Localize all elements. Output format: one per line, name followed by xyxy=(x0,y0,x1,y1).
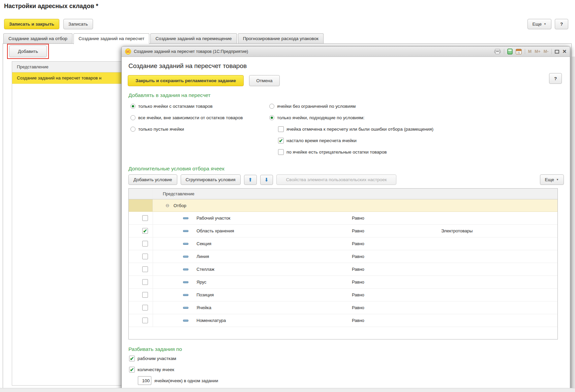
checkbox-icon[interactable] xyxy=(142,266,148,272)
radio-only-cells-with-stock[interactable]: только ячейки с остатками товаров xyxy=(130,100,269,112)
tab-bar: Создание заданий на отбор Создание задан… xyxy=(3,33,324,43)
radio-cells-matching-conditions[interactable]: только ячейки, подходящие по условиям: xyxy=(269,112,562,123)
tab-create-recount-tasks[interactable]: Создание заданий на пересчет xyxy=(73,33,149,44)
section-header-additional-conditions: Дополнительные условия отбора ячеек xyxy=(128,166,562,172)
arrow-up-icon: ⬆ xyxy=(248,177,252,183)
page-help-button[interactable]: ? xyxy=(555,19,568,29)
red-annotation-box xyxy=(7,44,49,59)
save-and-close-button[interactable]: Записать и закрыть xyxy=(4,19,59,29)
condition-item-icon xyxy=(183,307,188,309)
cells-per-task-input[interactable] xyxy=(138,376,151,385)
table-row[interactable]: Позиция Равно xyxy=(129,289,557,301)
dialog-help-button[interactable]: ? xyxy=(549,73,562,84)
add-options-grid: только ячейки с остатками товаров все яч… xyxy=(130,100,562,158)
tab-packaging-forecast[interactable]: Прогнозирование расхода упаковок xyxy=(238,33,324,43)
condition-item-icon xyxy=(183,256,188,258)
radio-icon xyxy=(269,104,274,109)
memory-m-plus-button[interactable]: M+ xyxy=(535,49,541,54)
header-checkbox-column xyxy=(129,189,153,199)
table-row[interactable]: Номенклатура Равно xyxy=(129,314,557,327)
titlebar-separator xyxy=(525,49,525,54)
table-row[interactable]: Линия Равно xyxy=(129,250,557,263)
table-empty-row xyxy=(129,327,557,339)
move-down-button[interactable]: ⬇ xyxy=(260,175,273,185)
checkbox-negative-stock[interactable]: по ячейке есть отрицательные остатки тов… xyxy=(278,146,562,158)
section-header-split-tasks: Разбивать задания по xyxy=(128,346,562,352)
table-row[interactable]: Стеллаж Равно xyxy=(129,263,557,276)
condition-item-icon xyxy=(183,243,188,245)
table-row[interactable]: Ярус Равно xyxy=(129,276,557,289)
checkbox-icon[interactable] xyxy=(142,318,148,323)
conditions-toolbar: Добавить условие Сгруппировать условия ⬆… xyxy=(128,174,564,185)
1c-logo-icon: 1С xyxy=(125,48,131,55)
checkbox-icon: ✔ xyxy=(278,138,284,143)
dialog-heading: Создание заданий на пересчет товаров xyxy=(128,62,562,70)
table-row[interactable]: Рабочий участок Равно xyxy=(129,212,557,225)
maximize-icon[interactable] xyxy=(555,50,559,54)
checkbox-icon xyxy=(278,149,284,155)
dialog-window-title: Создание заданий на пересчет товаров (1С… xyxy=(134,49,248,54)
checkbox-icon[interactable] xyxy=(142,241,148,247)
condition-item-icon xyxy=(183,281,188,283)
move-up-button[interactable]: ⬆ xyxy=(244,175,257,185)
page-command-bar: Записать и закрыть Записать Еще▼ ? xyxy=(4,18,568,30)
table-header-row: Представление xyxy=(129,189,557,199)
table-row[interactable]: ✔ Область хранения Равно Электротовары xyxy=(129,225,557,237)
collapse-icon[interactable]: ⊖ xyxy=(165,203,170,208)
checkbox-icon[interactable] xyxy=(142,292,148,298)
radio-icon xyxy=(130,127,135,132)
memory-m-button[interactable]: M xyxy=(528,49,532,54)
header-presentation-column[interactable]: Представление xyxy=(153,191,352,196)
add-condition-button[interactable]: Добавить условие xyxy=(128,174,177,185)
table-group-row-otbor[interactable]: ⊖Отбор xyxy=(129,199,557,212)
checkbox-by-cell-count[interactable]: ✔ количеству ячеек xyxy=(129,364,562,375)
table-row[interactable]: Секция Равно xyxy=(129,237,557,250)
user-settings-properties-button: Свойства элемента пользовательских настр… xyxy=(276,174,397,185)
save-button[interactable]: Записать xyxy=(63,19,93,29)
group-conditions-button[interactable]: Сгруппировать условия xyxy=(181,174,241,185)
dialog-titlebar[interactable]: 1С Создание заданий на пересчет товаров … xyxy=(122,46,570,57)
svg-text:31: 31 xyxy=(517,51,520,54)
cancel-button[interactable]: Отмена xyxy=(249,75,279,86)
chevron-down-icon: ▼ xyxy=(556,178,559,181)
bottom-scrollbar-strip[interactable] xyxy=(0,388,575,392)
chevron-down-icon: ▼ xyxy=(544,23,546,26)
page-vertical-scrollbar[interactable] xyxy=(571,57,575,392)
arrow-down-icon: ⬇ xyxy=(264,177,269,183)
calculator-icon[interactable] xyxy=(507,48,513,55)
checkbox-icon[interactable]: ✔ xyxy=(142,228,148,234)
tab-create-picking-tasks[interactable]: Создание заданий на отбор xyxy=(3,33,72,43)
page-title: Настройки адресных складов * xyxy=(4,3,98,10)
radio-cells-no-restrictions[interactable]: ячейки без ограничений по условиям xyxy=(269,100,562,112)
condition-item-icon xyxy=(183,268,188,270)
conditions-more-button[interactable]: Еще▼ xyxy=(540,174,564,185)
titlebar-separator xyxy=(504,49,504,54)
section-header-add-to-tasks: Добавлять в задания на пересчет xyxy=(128,92,562,98)
checkbox-icon[interactable] xyxy=(142,279,148,285)
checkbox-recount-time-arrived[interactable]: ✔ настало время пересчета ячейки xyxy=(278,135,562,146)
calendar-icon[interactable]: 31 xyxy=(516,48,522,55)
condition-item-icon xyxy=(183,294,188,296)
recount-tasks-dialog: 1С Создание заданий на пересчет товаров … xyxy=(121,46,570,392)
table-row[interactable]: Ячейка Равно xyxy=(129,301,557,314)
checkbox-icon: ✔ xyxy=(129,367,135,372)
print-icon[interactable] xyxy=(494,49,501,54)
radio-all-cells[interactable]: все ячейки, вне зависимости от остатков … xyxy=(130,112,269,123)
cells-per-task-label: ячейки(ячеек) в одном задании xyxy=(154,378,218,383)
close-and-save-job-button[interactable]: Закрыть и сохранить регламентное задание xyxy=(128,75,244,86)
radio-icon xyxy=(269,115,274,120)
checkbox-cell-marked-for-recount[interactable]: ячейка отмечена к пересчету или были оши… xyxy=(278,123,562,135)
checkbox-icon[interactable] xyxy=(142,254,148,259)
checkbox-icon[interactable] xyxy=(142,215,148,221)
close-icon[interactable]: ✕ xyxy=(562,48,567,55)
condition-item-icon xyxy=(183,217,188,219)
checkbox-icon[interactable] xyxy=(142,305,148,311)
checkbox-by-work-areas[interactable]: ✔ рабочим участкам xyxy=(129,353,562,364)
radio-icon xyxy=(130,104,135,109)
memory-m-minus-button[interactable]: M- xyxy=(544,49,549,54)
page-more-button[interactable]: Еще▼ xyxy=(527,19,551,29)
titlebar-separator xyxy=(551,49,552,54)
radio-only-empty-cells[interactable]: только пустые ячейки xyxy=(130,123,269,135)
condition-item-icon xyxy=(183,230,188,232)
tab-create-movement-tasks[interactable]: Создание заданий на перемещение xyxy=(150,33,237,43)
